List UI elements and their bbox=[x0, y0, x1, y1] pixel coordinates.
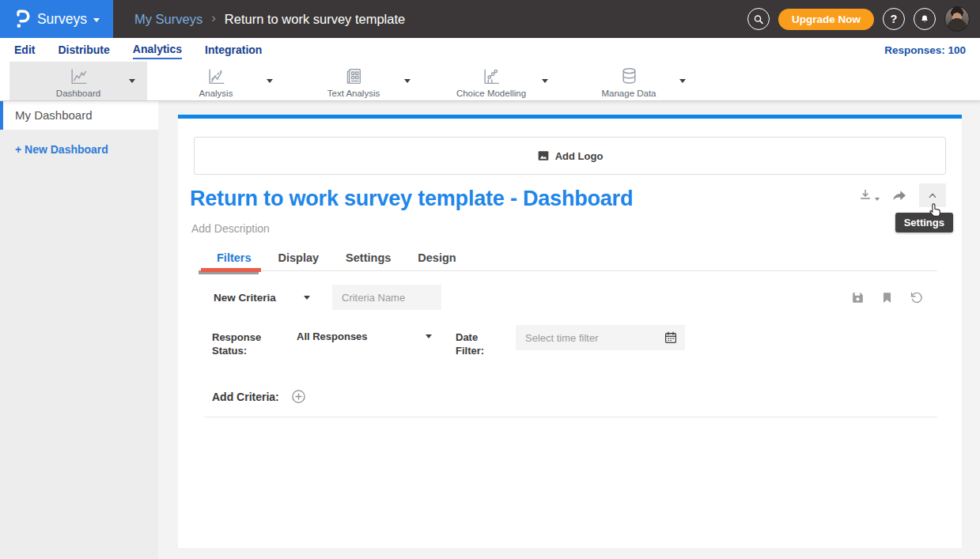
toolbar-item-label: Choice Modelling bbox=[456, 89, 526, 98]
image-icon bbox=[537, 150, 550, 161]
topbar-actions: Upgrade Now ? bbox=[747, 6, 980, 32]
add-criteria-row: Add Criteria: bbox=[212, 388, 307, 405]
main-content: Add Logo Return to work survey template … bbox=[158, 100, 980, 559]
chevron-down-icon bbox=[93, 18, 100, 22]
toolbar-item-analysis[interactable]: Analysis bbox=[147, 62, 285, 100]
upgrade-now-button[interactable]: Upgrade Now bbox=[778, 9, 874, 30]
notifications-button[interactable] bbox=[914, 8, 936, 30]
chevron-down-icon bbox=[875, 198, 880, 201]
tab-label: Settings bbox=[346, 251, 391, 264]
trend-chart-icon bbox=[206, 66, 226, 86]
product-name: Surveys bbox=[37, 11, 87, 28]
criteria-row: New Criteria bbox=[214, 283, 924, 312]
chevron-down-icon[interactable] bbox=[679, 79, 686, 83]
topbar: Surveys My Surveys › Return to work surv… bbox=[0, 0, 980, 38]
user-avatar[interactable] bbox=[944, 6, 970, 32]
tab-label: Filters bbox=[217, 251, 252, 264]
section-divider bbox=[204, 417, 937, 417]
toolbar-item-label: Text Analysis bbox=[327, 89, 380, 98]
newspaper-icon bbox=[344, 66, 364, 86]
add-description-placeholder[interactable]: Add Description bbox=[191, 222, 270, 235]
tab-label: Design bbox=[418, 251, 456, 264]
save-button[interactable] bbox=[850, 290, 865, 305]
download-icon bbox=[857, 187, 873, 203]
tab-filters[interactable]: Filters bbox=[204, 246, 264, 270]
reset-button[interactable] bbox=[909, 290, 924, 305]
dashboard-tabs: Filters Display Settings Design bbox=[204, 246, 937, 271]
share-button[interactable] bbox=[891, 187, 908, 203]
toolbar-item-text-analysis[interactable]: Text Analysis bbox=[285, 62, 422, 100]
toolbar-item-manage-data[interactable]: Manage Data bbox=[560, 62, 698, 100]
nav-tab-analytics[interactable]: Analytics bbox=[133, 41, 182, 59]
search-icon bbox=[753, 13, 764, 25]
collapse-settings-button[interactable] bbox=[919, 183, 946, 207]
bell-icon bbox=[919, 13, 930, 25]
nav-tab-integration[interactable]: Integration bbox=[205, 42, 262, 59]
chevron-down-icon[interactable] bbox=[129, 79, 135, 83]
save-icon bbox=[850, 290, 865, 305]
criteria-select-value: New Criteria bbox=[214, 292, 276, 304]
criteria-select[interactable]: New Criteria bbox=[214, 292, 310, 304]
tab-display[interactable]: Display bbox=[266, 246, 332, 270]
proprofs-logo-icon bbox=[13, 9, 31, 29]
line-chart-icon bbox=[69, 66, 89, 86]
dashboard-title[interactable]: Return to work survey template - Dashboa… bbox=[190, 185, 633, 212]
download-button[interactable] bbox=[857, 187, 880, 203]
toolbar-item-choice-modelling[interactable]: Choice Modelling bbox=[422, 62, 560, 100]
response-status-select[interactable]: All Responses bbox=[297, 325, 432, 342]
add-criteria-label: Add Criteria: bbox=[212, 391, 279, 403]
date-filter-field bbox=[516, 325, 685, 350]
dashboard-card: Add Logo Return to work survey template … bbox=[178, 115, 962, 548]
scatter-chart-icon bbox=[482, 66, 501, 86]
toolbar-item-label: Manage Data bbox=[601, 89, 656, 98]
dashboard-sidebar: My Dashboard + New Dashboard bbox=[0, 100, 158, 559]
nav-tab-distribute[interactable]: Distribute bbox=[58, 42, 109, 59]
response-status-value: All Responses bbox=[297, 330, 368, 342]
responses-count: Responses: 100 bbox=[884, 44, 966, 56]
sidebar-item-label: My Dashboard bbox=[15, 108, 93, 122]
settings-tooltip: Settings bbox=[895, 213, 953, 232]
bookmark-button[interactable] bbox=[880, 290, 894, 305]
search-button[interactable] bbox=[747, 8, 770, 30]
chevron-down-icon[interactable] bbox=[404, 79, 411, 83]
breadcrumb-separator-icon: › bbox=[211, 10, 216, 26]
database-icon bbox=[619, 66, 639, 86]
toolbar-item-label: Analysis bbox=[199, 89, 233, 98]
date-filter-input[interactable] bbox=[516, 325, 685, 350]
date-filter-label: Date Filter: bbox=[456, 325, 516, 357]
chevron-down-icon bbox=[426, 334, 432, 338]
analytics-toolbar: Dashboard Analysis Text Anal bbox=[0, 62, 980, 100]
tab-settings[interactable]: Settings bbox=[333, 246, 403, 270]
criteria-actions bbox=[850, 290, 924, 305]
toolbar-item-label: Dashboard bbox=[56, 89, 100, 98]
chevron-down-icon bbox=[304, 296, 310, 300]
chevron-down-icon[interactable] bbox=[267, 79, 273, 83]
breadcrumb-current: Return to work survey template bbox=[225, 12, 405, 27]
response-status-label: Response Status: bbox=[212, 325, 297, 357]
bookmark-icon bbox=[880, 290, 894, 305]
criteria-name-input[interactable] bbox=[332, 285, 441, 310]
active-tab-underline bbox=[201, 268, 261, 272]
toolbar-item-dashboard[interactable]: Dashboard bbox=[9, 62, 147, 100]
help-button[interactable]: ? bbox=[883, 8, 905, 30]
nav-tab-edit[interactable]: Edit bbox=[14, 42, 35, 59]
status-date-row: Response Status: All Responses Date Filt… bbox=[212, 325, 924, 357]
breadcrumb: My Surveys › Return to work survey templ… bbox=[134, 12, 405, 27]
add-criteria-button[interactable] bbox=[290, 388, 307, 405]
reset-icon bbox=[909, 290, 924, 305]
survey-nav: Edit Distribute Analytics Integration Re… bbox=[0, 38, 980, 62]
tab-design[interactable]: Design bbox=[405, 246, 468, 270]
add-logo-label: Add Logo bbox=[555, 150, 604, 162]
chevron-up-icon bbox=[926, 190, 939, 201]
share-arrow-icon bbox=[891, 187, 908, 203]
sidebar-item-my-dashboard[interactable]: My Dashboard bbox=[0, 100, 158, 130]
new-dashboard-button[interactable]: + New Dashboard bbox=[0, 143, 158, 156]
plus-circle-icon bbox=[290, 388, 307, 405]
product-switcher[interactable]: Surveys bbox=[0, 0, 113, 38]
chevron-down-icon[interactable] bbox=[542, 79, 548, 83]
tab-label: Display bbox=[278, 251, 320, 264]
add-logo-button[interactable]: Add Logo bbox=[194, 137, 946, 175]
breadcrumb-my-surveys[interactable]: My Surveys bbox=[134, 12, 202, 27]
dashboard-actions bbox=[857, 183, 946, 207]
